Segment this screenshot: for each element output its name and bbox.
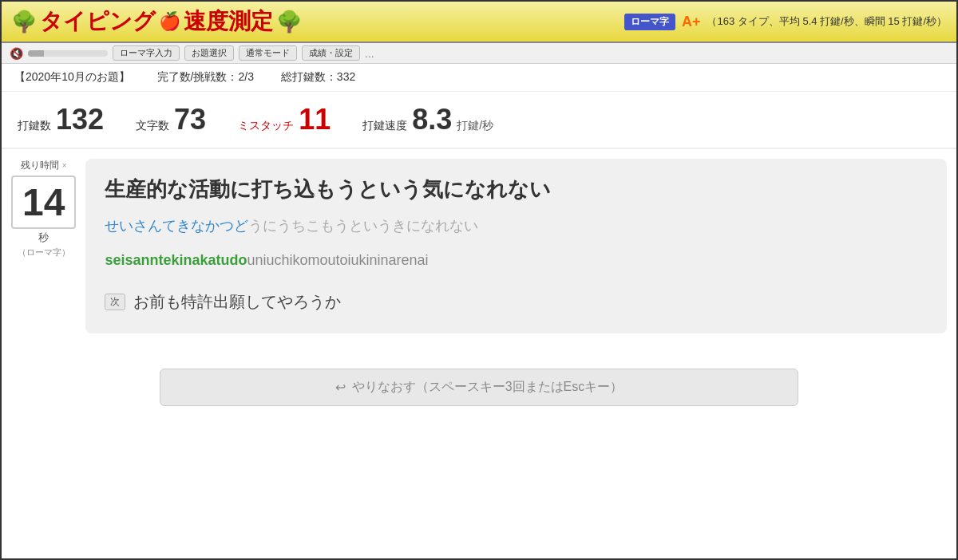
progress-bar — [28, 50, 108, 57]
results-settings-button[interactable]: 成績・設定 — [302, 45, 360, 61]
chars-stat: 文字数 73 — [136, 103, 206, 136]
sentence-romaji: seisanntekinakatudouniuchikomoutoiukinin… — [105, 249, 928, 272]
stats-row: 打鍵数 132 文字数 73 ミスタッチ 11 打鍵速度 8.3 打鍵/秒 — [2, 92, 956, 149]
romaji-remaining: uniuchikomoutoiukininarenai — [247, 252, 428, 268]
hiragana-remaining: うにうちこもうというきになれない — [248, 218, 478, 234]
next-sentence-row: 次 お前も特許出願してやろうか — [105, 286, 928, 317]
restart-icon: ↩ — [335, 380, 346, 395]
keystrokes-value: 132 — [56, 103, 104, 136]
volume-icon[interactable]: 🔇 — [10, 47, 23, 60]
speed-label: 打鍵速度 — [362, 119, 407, 133]
stats-detail: （163 タイプ、平均 5.4 打鍵/秒、瞬間 15 打鍵/秒） — [707, 14, 947, 29]
progress-fill — [28, 50, 44, 57]
header: 🌳 タイピング 🍎 速度測定 🌳 ローマ字 A+ （163 タイプ、平均 5.4… — [2, 2, 956, 43]
bottom-area: ↩ やりなおす（スペースキー3回またはEscキー） — [2, 359, 956, 416]
romaji-badge: ローマ字 — [624, 14, 675, 30]
question-select-button[interactable]: お題選択 — [184, 45, 234, 61]
mistakes-value: 11 — [299, 103, 331, 136]
grade-badge: A+ — [682, 14, 701, 30]
normal-mode-button[interactable]: 通常モード — [239, 45, 297, 61]
next-badge: 次 — [105, 294, 125, 310]
timer-close-button[interactable]: × — [62, 161, 67, 170]
timer-label-row: 残り時間 × — [21, 159, 67, 172]
period-label: 【2020年10月のお題】 — [14, 70, 130, 83]
mistakes-stat: ミスタッチ 11 — [238, 103, 331, 136]
total-keystrokes: 総打鍵数：332 — [281, 70, 355, 83]
timer-label-text: 残り時間 — [21, 159, 59, 172]
chars-value: 73 — [174, 103, 206, 136]
tree-icon-right: 🌳 — [276, 10, 302, 34]
main-content: 残り時間 × 14 秒 （ローマ字） 生産的な活動に打ち込もうという気になれない… — [2, 149, 956, 343]
sentence-hiragana: せいさんてきなかつどうにうちこもうというきになれない — [105, 215, 928, 238]
tree-icon-left: 🌳 — [11, 10, 37, 34]
title-speed: 速度測定 — [184, 6, 273, 37]
keystrokes-label: 打鍵数 — [18, 119, 51, 133]
typing-area: 生産的な活動に打ち込もうという気になれない せいさんてきなかつどうにうちこもうと… — [85, 159, 947, 333]
app-title: 🌳 タイピング 🍎 速度測定 🌳 — [11, 6, 302, 37]
hiragana-typed: せいさんてきなかつど — [105, 218, 248, 234]
toolbar: 🔇 ローマ字入力 お題選択 通常モード 成績・設定 ... — [2, 43, 956, 64]
header-stats: ローマ字 A+ （163 タイプ、平均 5.4 打鍵/秒、瞬間 15 打鍵/秒） — [624, 14, 947, 30]
romaji-typed: seisanntekinakatudo — [105, 252, 247, 268]
restart-label: やりなおす（スペースキー3回またはEscキー） — [352, 379, 623, 396]
sentence-japanese: 生産的な活動に打ち込もうという気になれない — [105, 175, 928, 203]
speed-stat: 打鍵速度 8.3 打鍵/秒 — [362, 103, 493, 136]
title-typing: タイピング — [40, 6, 156, 37]
timer-sec: 秒 — [38, 231, 49, 245]
more-options-icon[interactable]: ... — [365, 47, 374, 60]
chars-label: 文字数 — [136, 119, 169, 133]
timer-mode: （ローマ字） — [18, 246, 70, 258]
keystrokes-stat: 打鍵数 132 — [18, 103, 104, 136]
speed-unit: 打鍵/秒 — [457, 119, 493, 133]
restart-area: ↩ やりなおす（スペースキー3回またはEscキー） — [11, 359, 947, 416]
restart-button[interactable]: ↩ やりなおす（スペースキー3回またはEscキー） — [160, 369, 798, 406]
mistakes-label: ミスタッチ — [238, 119, 294, 133]
timer-value: 14 — [11, 175, 76, 229]
speed-value: 8.3 — [412, 103, 452, 136]
next-sentence-text: お前も特許出願してやろうか — [133, 291, 341, 313]
info-bar: 【2020年10月のお題】 完了数/挑戦数：2/3 総打鍵数：332 — [2, 64, 956, 92]
timer-box: 残り時間 × 14 秒 （ローマ字） — [11, 159, 76, 333]
apple-icon: 🍎 — [159, 11, 180, 32]
completion-count: 完了数/挑戦数：2/3 — [157, 70, 254, 83]
romaji-input-button[interactable]: ローマ字入力 — [113, 45, 180, 61]
